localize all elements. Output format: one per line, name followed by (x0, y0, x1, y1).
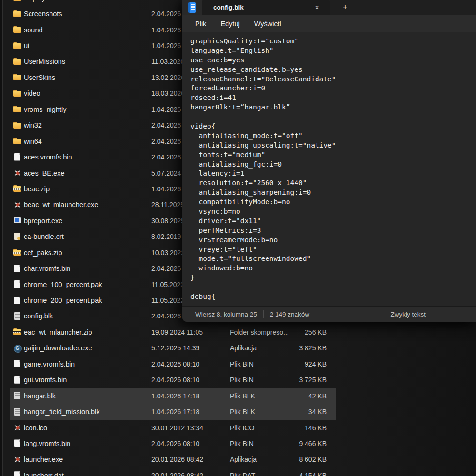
file-name: hangar.blk (24, 392, 151, 400)
tab-config-blk[interactable]: config.blk ✕ (202, 0, 330, 15)
folder-icon (13, 10, 22, 18)
file-size: 8 602 KB (297, 456, 331, 463)
file-name: game.vromfs.bin (24, 360, 151, 368)
file-name: Replays (24, 0, 151, 2)
file-name: UserSkins (24, 74, 151, 81)
file-type: Plik BIN (230, 360, 297, 368)
app-icon (13, 217, 22, 225)
file-size: 256 KB (297, 328, 331, 336)
status-cursor-position: Wiersz 8, kolumna 25 (182, 311, 263, 318)
file-icon (13, 471, 22, 476)
file-row[interactable]: hangar.blk 1.04.2026 17:18 Plik BLK 42 K… (10, 388, 336, 404)
menu-item[interactable]: Wyświetl (249, 18, 287, 30)
editor-line: use_eac:b=yes (190, 56, 476, 65)
file-row[interactable]: game.vromfs.bin 2.04.2026 08:10 Plik BIN… (10, 356, 336, 372)
doc-icon (13, 392, 22, 400)
doc-icon (13, 312, 22, 320)
file-row[interactable]: hangar_field_mission.blk 1.04.2026 17:18… (10, 404, 336, 419)
folder-icon (13, 89, 22, 98)
menu-item[interactable]: Plik (190, 18, 211, 30)
file-icon (13, 153, 22, 161)
file-name: win32 (24, 121, 151, 129)
text-cursor (291, 103, 292, 110)
aces-icon (13, 201, 22, 209)
editor-line: mode:t="fullscreenwindowed" (190, 254, 476, 264)
file-name: eac_wt_mlauncher.zip (24, 328, 151, 336)
file-date-modified: 19.09.2024 11:05 (151, 328, 230, 336)
notepad-icon (188, 2, 197, 13)
file-row[interactable]: icon.ico 30.01.2012 13:34 Plik ICO 146 K… (10, 420, 336, 436)
folder-icon (13, 0, 22, 2)
file-name: hangar_field_mission.blk (24, 408, 151, 416)
file-row[interactable]: eac_wt_mlauncher.zip 19.09.2024 11:05 Fo… (10, 324, 336, 340)
file-row[interactable]: gaijin_downloader.exe 5.12.2025 14:39 Ap… (10, 340, 336, 356)
file-date-modified: 20.01.2026 08:42 (151, 472, 230, 476)
editor-line: use_release_candidate:b=yes (190, 65, 476, 75)
file-row[interactable]: lang.vromfs.bin 2.04.2026 08:10 Plik BIN… (10, 436, 336, 451)
file-size: 42 KB (297, 392, 331, 400)
file-name: gaijin_downloader.exe (24, 344, 151, 352)
file-date-modified: 2.04.2026 08:10 (151, 440, 230, 447)
new-tab-button[interactable]: + (337, 0, 353, 15)
file-name: Screenshots (24, 10, 151, 18)
file-icon (13, 280, 22, 288)
file-type: Plik BIN (230, 376, 297, 384)
file-name: beac.zip (24, 185, 151, 193)
file-date-modified: 1.04.2026 17:18 (151, 392, 230, 400)
file-date-modified: 30.01.2012 13:34 (151, 424, 230, 432)
editor-line: antialiasing_fgc:i=0 (190, 160, 476, 169)
file-name: bpreport.exe (24, 217, 151, 225)
status-document-type: Zwykły tekst (384, 311, 432, 318)
folder-icon (13, 42, 22, 50)
editor-line: vsync:b=no (190, 207, 476, 217)
notepad-app-icon-button[interactable] (182, 0, 202, 15)
file-row[interactable]: launcher.exe 20.01.2026 08:42 Aplikacja … (10, 452, 336, 467)
file-size: 9 466 KB (297, 440, 331, 447)
aces-icon (13, 424, 22, 432)
folder-icon (13, 121, 22, 129)
explorer-left-border (0, 0, 3, 476)
file-name: gui.vromfs.bin (24, 376, 151, 384)
file-name: chrome_100_percent.pak (24, 281, 151, 288)
file-date-modified: 1.04.2026 17:18 (151, 408, 230, 416)
editor-line: vrStreamerMode:b=no (190, 236, 476, 245)
editor-line: latency:i=1 (190, 169, 476, 178)
file-name: launcher.exe (24, 456, 151, 463)
gaijin-icon (13, 344, 22, 352)
file-row[interactable]: gui.vromfs.bin 2.04.2026 08:10 Plik BIN … (10, 372, 336, 388)
aces-icon (13, 456, 22, 464)
editor-line: forcedLauncher:i=0 (190, 84, 476, 93)
file-icon (13, 297, 22, 305)
folder-icon (13, 105, 22, 113)
aces-icon (13, 169, 22, 177)
notepad-menubar: Plik Edytuj Wyświetl (182, 15, 476, 32)
editor-line: compatibilityMode:b=no (190, 198, 476, 207)
file-name: config.blk (24, 312, 151, 320)
file-date-modified: 2.04.2026 08:10 (151, 376, 230, 384)
file-type: Plik BLK (230, 408, 297, 416)
editor-line: antialiasing_sharpening:i=0 (190, 188, 476, 198)
folder-icon (13, 137, 22, 145)
file-name: cef_paks.zip (24, 249, 151, 257)
close-tab-icon[interactable]: ✕ (312, 3, 322, 12)
file-type: Plik DAT (230, 472, 297, 476)
menu-item[interactable]: Edytuj (215, 18, 245, 30)
file-type: Plik ICO (230, 424, 297, 432)
editor-line (190, 283, 476, 292)
file-name: video (24, 89, 151, 97)
folder-icon (13, 58, 22, 66)
file-name: win64 (24, 138, 151, 145)
editor-line: resolution:t="2560 x 1440" (190, 178, 476, 188)
editor-line: fonts:t="medium" (190, 150, 476, 160)
text-editor-area[interactable]: graphicsQuality:t="custom" language:t="E… (182, 32, 476, 306)
file-icon (13, 360, 22, 368)
file-type: Aplikacja (230, 344, 297, 352)
file-name: lang.vromfs.bin (24, 440, 151, 447)
file-size: 146 KB (297, 424, 331, 432)
file-row[interactable]: launcherr.dat 20.01.2026 08:42 Plik DAT … (10, 467, 336, 476)
file-name: UserMissions (24, 58, 151, 65)
zip-icon (13, 248, 22, 257)
file-name: beac_wt_mlauncher.exe (24, 201, 151, 208)
notepad-window: config.blk ✕ + Plik Edytuj Wyświetl grap… (182, 0, 476, 322)
editor-line: } (190, 273, 476, 283)
